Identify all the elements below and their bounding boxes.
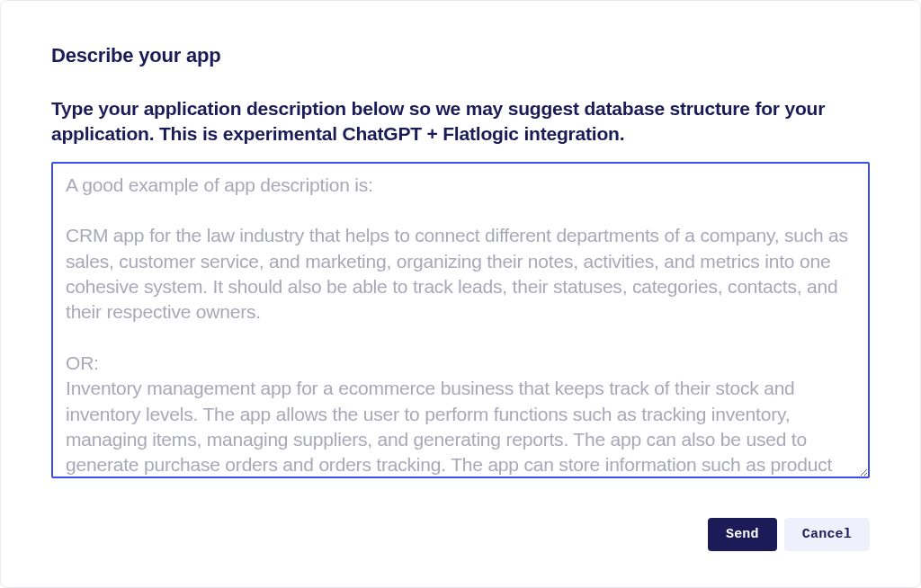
app-description-textarea[interactable] (51, 162, 870, 478)
send-button[interactable]: Send (708, 518, 777, 551)
modal-title: Describe your app (51, 44, 870, 67)
modal-instruction: Type your application description below … (51, 96, 870, 147)
button-row: Send Cancel (708, 518, 870, 551)
describe-app-modal: Describe your app Type your application … (0, 0, 921, 588)
cancel-button[interactable]: Cancel (784, 518, 870, 551)
